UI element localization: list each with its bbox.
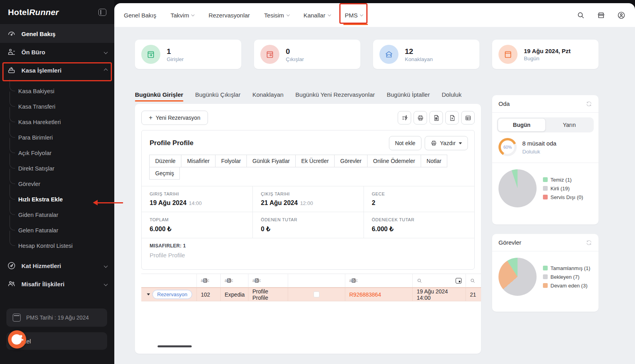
sidebar-item-on-buro[interactable]: Ön Büro	[0, 43, 114, 61]
kasa-submenu: Kasa Bakiyesi Kasa Transferi Kasa Hareke…	[10, 83, 114, 253]
print-dropdown-button[interactable]: Yazdır	[425, 136, 468, 150]
stat-value: 19 Ağu 2024, Pzt	[524, 47, 571, 55]
res-tab-folyolar[interactable]: Folyolar	[215, 155, 247, 167]
tasks-legend: Tamamlanmış (1) Bekleyen (7) Devam eden …	[543, 265, 590, 289]
stat-label: Konaklayan	[405, 56, 433, 62]
header-room-filter[interactable]: abc	[197, 274, 221, 287]
calendar-checkout-icon	[265, 50, 275, 59]
res-tab-misafirler[interactable]: Misafirler	[181, 155, 216, 167]
sidebar-item-misafir-iliskileri[interactable]: Misafir İlişkileri	[0, 275, 114, 293]
res-tab-gunluk-fiyatlar[interactable]: Günlük Fiyatlar	[246, 155, 296, 167]
header-guest-filter[interactable]: abc	[248, 274, 288, 287]
tab-bugunku-girisler[interactable]: Bugünkü Girişler	[135, 91, 183, 102]
table-toolbar	[398, 111, 475, 125]
sidebar-header: HotelRunner	[0, 0, 114, 25]
sidebar: HotelRunner Genel Bakış Ön Büro Kasa İşl…	[0, 0, 114, 364]
reservation-type-pill[interactable]: Rezervasyon	[152, 290, 192, 299]
text-filter-icon: abc	[201, 278, 210, 283]
tab-doluluk[interactable]: Doluluk	[442, 91, 462, 102]
file-grid-icon	[433, 115, 440, 121]
nav-genel-bakis[interactable]: Genel Bakış	[124, 12, 156, 19]
nav-pms[interactable]: PMS	[345, 12, 363, 19]
submenu-hesap-kontrol-listesi[interactable]: Hesap Kontrol Listesi	[10, 238, 114, 253]
toggle-bugun[interactable]: Bugün	[498, 118, 546, 132]
account-icon[interactable]	[617, 11, 625, 19]
submenu-kasa-hareketleri[interactable]: Kasa Hareketleri	[10, 114, 114, 130]
columns-button[interactable]	[461, 111, 475, 125]
header-channel-filter[interactable]: abc	[221, 274, 248, 287]
submenu-direkt-satislar[interactable]: Direkt Satışlar	[10, 161, 114, 176]
calendar-filter-icon[interactable]	[456, 278, 462, 284]
home-bed-icon	[384, 50, 394, 59]
nav-rezervasyonlar[interactable]: Rezervasyonlar	[208, 12, 250, 19]
tasks-chart: Tamamlanmış (1) Bekleyen (7) Devam eden …	[492, 251, 598, 302]
stat-card-bugun[interactable]: 19 Ağu 2024, Pzt Bugün	[492, 40, 598, 69]
res-tab-ek-ucretler[interactable]: Ek Ücretler	[295, 155, 335, 167]
submenu-acik-folyolar[interactable]: Açık Folyolar	[10, 145, 114, 161]
row-room: 102	[197, 288, 221, 301]
stat-card-girisler[interactable]: 1 Girişler	[135, 40, 241, 69]
sidebar-item-kasa-islemleri[interactable]: Kasa İşlemleri	[0, 61, 114, 79]
marketplace-icon[interactable]	[597, 11, 605, 19]
checkin-label: GIRIŞ TARIHI	[150, 192, 252, 196]
gorevler-card-title: Görevler	[498, 239, 521, 246]
res-tab-gecmis[interactable]: Geçmiş	[149, 167, 180, 180]
sidebar-collapse-icon[interactable]	[98, 9, 106, 16]
stat-card-konaklayan[interactable]: 12 Konaklayan	[373, 40, 479, 69]
active-tab-underline	[343, 24, 368, 25]
cookie-consent-button[interactable]	[8, 330, 26, 349]
filter-button[interactable]	[398, 111, 411, 125]
expand-caret-icon[interactable]	[147, 293, 150, 297]
toggle-yarin[interactable]: Yarın	[546, 118, 593, 132]
room-status-pie	[498, 169, 537, 207]
file-x-icon	[449, 115, 456, 121]
reservation-guest-title: Profile Profile	[150, 139, 194, 147]
res-tab-notlar[interactable]: Notlar	[421, 155, 447, 167]
res-tab-gorevler[interactable]: Görevler	[334, 155, 368, 167]
tab-konaklayan[interactable]: Konaklayan	[252, 91, 283, 102]
nav-kanallar[interactable]: Kanallar	[304, 12, 331, 19]
nav-tesisim[interactable]: Tesisim	[264, 12, 289, 19]
legend-bekleyen: Bekleyen (7)	[543, 274, 590, 280]
printer-icon	[417, 115, 424, 121]
row-reservation-code[interactable]: R926883864	[345, 288, 413, 301]
header-date-filter[interactable]	[413, 274, 466, 287]
chevron-up-icon	[104, 68, 108, 72]
sidebar-item-kat-hizmetleri[interactable]: Kat Hizmetleri	[0, 257, 114, 275]
calendar-icon	[503, 50, 513, 59]
res-tab-online-odemeler[interactable]: Online Ödemeler	[367, 155, 421, 167]
nav-takvim[interactable]: Takvim	[171, 12, 194, 19]
submenu-gorevler[interactable]: Görevler	[10, 176, 114, 192]
chevron-down-icon	[360, 13, 363, 16]
tab-bugunku-yeni-rezervasyonlar[interactable]: Bugünkü Yeni Rezervasyonlar	[295, 91, 375, 102]
tab-bugunku-iptaller[interactable]: Bugünkü İptaller	[387, 91, 429, 102]
submenu-kasa-bakiyesi[interactable]: Kasa Bakiyesi	[10, 83, 114, 99]
excel-export-button[interactable]	[445, 111, 459, 125]
available-rooms: 8 müsait oda	[522, 140, 556, 147]
tab-bugunku-cikislar[interactable]: Bugünkü Çıkışlar	[195, 91, 241, 102]
search-icon[interactable]	[577, 11, 585, 19]
submenu-gelen-faturalar[interactable]: Gelen Faturalar	[10, 222, 114, 238]
stat-card-cikislar[interactable]: 0 Çıkışlar	[254, 40, 360, 69]
horizontal-scrollbar[interactable]	[158, 345, 192, 347]
res-tab-duzenle[interactable]: Düzenle	[149, 155, 181, 167]
refresh-icon[interactable]	[586, 101, 592, 107]
add-note-button[interactable]: Not ekle	[389, 136, 421, 150]
refresh-icon[interactable]	[586, 239, 592, 246]
export-file-button[interactable]	[429, 111, 443, 125]
submenu-kasa-transferi[interactable]: Kasa Transferi	[10, 99, 114, 114]
guests-count-label: MISAFIRLER: 1	[150, 243, 466, 249]
search-icon	[417, 278, 422, 284]
annotation-arrow	[98, 202, 123, 203]
new-reservation-button[interactable]: + Yeni Rezervasyon	[141, 111, 208, 125]
pms-date-button[interactable]: PMS Tarihi : 19 Ağu 2024	[6, 308, 107, 327]
row-checkbox[interactable]	[314, 291, 319, 297]
submenu-hizli-ekstra-ekle[interactable]: Hızlı Ekstra Ekle	[10, 192, 114, 207]
submenu-para-birimleri[interactable]: Para Birimleri	[10, 130, 114, 145]
header-code-filter[interactable]: abc	[345, 274, 413, 287]
header-date2-filter[interactable]	[466, 274, 481, 287]
sidebar-item-genel-bakis[interactable]: Genel Bakış	[0, 25, 114, 43]
reservation-row[interactable]: Rezervasyon 102 Expedia Profile Profile …	[141, 287, 481, 301]
submenu-giden-faturalar[interactable]: Giden Faturalar	[10, 207, 114, 222]
print-button[interactable]	[414, 111, 427, 125]
